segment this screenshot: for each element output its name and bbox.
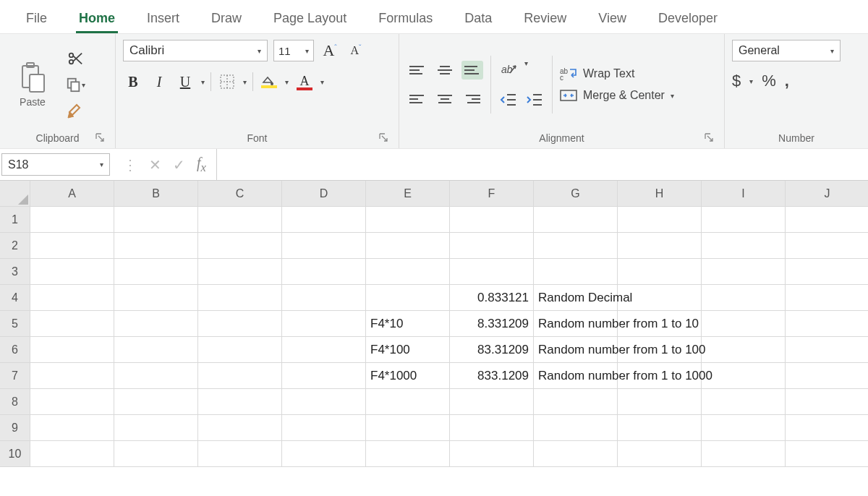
dialog-launcher-icon[interactable]: [704, 132, 714, 142]
cell-E6[interactable]: F4*100: [366, 337, 450, 363]
cell-E7[interactable]: F4*1000: [366, 363, 450, 389]
cell[interactable]: [114, 441, 198, 467]
worksheet-grid[interactable]: A B C D E F G H I J 1 2 3 4 0.833121 Ran…: [0, 181, 868, 467]
col-header-G[interactable]: G: [534, 181, 618, 207]
cancel-formula-icon[interactable]: ✕: [149, 156, 161, 174]
align-bottom-button[interactable]: [461, 61, 483, 80]
cell[interactable]: [198, 285, 282, 311]
cell[interactable]: [198, 233, 282, 259]
align-middle-button[interactable]: [434, 61, 456, 80]
borders-button[interactable]: [217, 72, 237, 92]
cell[interactable]: [282, 441, 366, 467]
increase-font-button[interactable]: Aˆ: [320, 40, 340, 61]
cell[interactable]: [618, 259, 702, 285]
copy-button[interactable]: ▾: [65, 74, 85, 95]
col-header-E[interactable]: E: [366, 181, 450, 207]
cell[interactable]: [702, 311, 786, 337]
cell-G6[interactable]: Random number from 1 to 100: [534, 337, 618, 363]
cell[interactable]: [198, 389, 282, 415]
cell[interactable]: [786, 337, 868, 363]
dialog-launcher-icon[interactable]: [378, 132, 388, 142]
comma-format-button[interactable]: ,: [785, 72, 789, 90]
cell[interactable]: [702, 363, 786, 389]
cut-button[interactable]: [65, 48, 85, 69]
formula-options-icon[interactable]: ⋮: [123, 156, 137, 174]
row-header-3[interactable]: 3: [0, 259, 30, 285]
row-header-9[interactable]: 9: [0, 415, 30, 441]
col-header-I[interactable]: I: [702, 181, 786, 207]
chevron-down-icon[interactable]: ▾: [320, 78, 324, 86]
col-header-B[interactable]: B: [114, 181, 198, 207]
cell[interactable]: [30, 441, 114, 467]
cell[interactable]: [366, 207, 450, 233]
cell[interactable]: [786, 415, 868, 441]
tab-developer[interactable]: Developer: [642, 5, 733, 33]
cell[interactable]: [702, 441, 786, 467]
italic-button[interactable]: I: [149, 72, 169, 92]
cell[interactable]: [618, 233, 702, 259]
cell[interactable]: [702, 337, 786, 363]
cell[interactable]: [282, 285, 366, 311]
tab-draw[interactable]: Draw: [195, 5, 258, 33]
chevron-down-icon[interactable]: ▾: [524, 59, 528, 80]
cell[interactable]: [114, 233, 198, 259]
underline-button[interactable]: U: [175, 72, 195, 92]
orientation-button[interactable]: ab: [498, 59, 519, 80]
dialog-launcher-icon[interactable]: [95, 132, 105, 142]
chevron-down-icon[interactable]: ▾: [749, 77, 753, 85]
cell[interactable]: [534, 415, 618, 441]
cell-G7[interactable]: Random number from 1 to 1000: [534, 363, 618, 389]
wrap-text-button[interactable]: ab c Wrap Text: [560, 67, 674, 81]
cell-G4[interactable]: Random Decimal: [534, 285, 618, 311]
cell[interactable]: [702, 259, 786, 285]
cell[interactable]: [366, 389, 450, 415]
cell-E5[interactable]: F4*10: [366, 311, 450, 337]
cell[interactable]: [786, 259, 868, 285]
cell[interactable]: [30, 415, 114, 441]
cell[interactable]: [786, 441, 868, 467]
name-box[interactable]: S18 ▾: [1, 153, 110, 176]
cell[interactable]: [114, 389, 198, 415]
align-right-button[interactable]: [461, 90, 483, 108]
format-painter-button[interactable]: [65, 101, 85, 121]
cell[interactable]: [198, 311, 282, 337]
col-header-D[interactable]: D: [282, 181, 366, 207]
cell[interactable]: [198, 415, 282, 441]
cell[interactable]: [30, 389, 114, 415]
cell[interactable]: [702, 389, 786, 415]
cell[interactable]: [30, 311, 114, 337]
row-header-2[interactable]: 2: [0, 233, 30, 259]
cell-G5[interactable]: Random number from 1 to 10: [534, 311, 618, 337]
cell[interactable]: [114, 285, 198, 311]
col-header-A[interactable]: A: [30, 181, 114, 207]
font-size-select[interactable]: 11 ▾: [273, 40, 314, 61]
cell[interactable]: [786, 207, 868, 233]
cell[interactable]: [366, 285, 450, 311]
align-left-button[interactable]: [407, 90, 428, 108]
cell[interactable]: [282, 233, 366, 259]
col-header-C[interactable]: C: [198, 181, 282, 207]
row-header-7[interactable]: 7: [0, 363, 30, 389]
cell[interactable]: [198, 441, 282, 467]
cell[interactable]: [618, 415, 702, 441]
row-header-10[interactable]: 10: [0, 441, 30, 467]
chevron-down-icon[interactable]: ▾: [285, 78, 289, 86]
cell[interactable]: [366, 259, 450, 285]
col-header-F[interactable]: F: [450, 181, 534, 207]
cell-F4[interactable]: 0.833121: [450, 285, 534, 311]
align-top-button[interactable]: [407, 61, 428, 80]
fill-color-button[interactable]: [259, 72, 279, 92]
enter-formula-icon[interactable]: ✓: [173, 156, 185, 174]
align-center-button[interactable]: [434, 90, 456, 108]
row-header-1[interactable]: 1: [0, 207, 30, 233]
cell[interactable]: [30, 259, 114, 285]
increase-indent-button[interactable]: [524, 90, 545, 110]
cell[interactable]: [114, 259, 198, 285]
cell[interactable]: [702, 233, 786, 259]
row-header-8[interactable]: 8: [0, 389, 30, 415]
decrease-indent-button[interactable]: [498, 90, 519, 110]
cell[interactable]: [534, 259, 618, 285]
fx-icon[interactable]: fx: [197, 155, 206, 175]
cell[interactable]: [450, 259, 534, 285]
tab-data[interactable]: Data: [448, 5, 508, 33]
